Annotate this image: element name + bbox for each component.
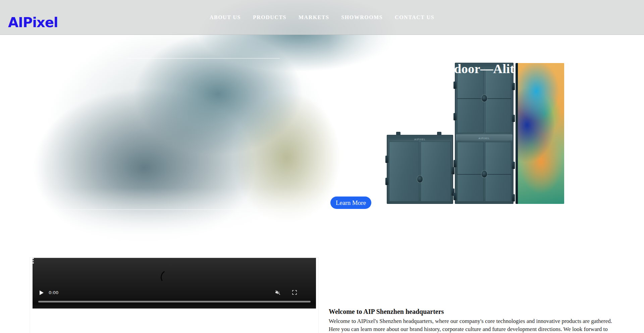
- cabinet-latch: [512, 115, 515, 122]
- led-panel-screen: [516, 63, 564, 204]
- cabinet-latch: [385, 156, 388, 163]
- cabinet-latch: [512, 83, 515, 90]
- cabinet-latch: [451, 167, 454, 174]
- nav-item-markets[interactable]: MARKETS: [299, 14, 329, 20]
- led-screen-artwork: [518, 63, 564, 204]
- nav-item-about-us[interactable]: ABOUT US: [210, 14, 241, 20]
- video-seekbar[interactable]: [38, 301, 311, 302]
- loading-spinner-icon: [159, 268, 177, 286]
- cabinet-latch: [453, 113, 457, 120]
- learn-more-button[interactable]: Learn More: [330, 197, 371, 209]
- cabinet-doors: [389, 142, 451, 202]
- cabinet-brand-label: AIPIXEL: [414, 138, 425, 141]
- nav-item-contact-us[interactable]: CONTACT US: [395, 14, 434, 20]
- main-nav: ABOUT US PRODUCTS MARKETS SHOWROOMS CONT…: [210, 0, 434, 35]
- cabinet-latch: [512, 162, 515, 169]
- overflow-menu-icon[interactable]: [33, 258, 34, 264]
- play-icon[interactable]: [40, 290, 44, 295]
- cabinet-latch: [453, 81, 457, 89]
- hero-section: door—Alita AIPIXEL: [0, 0, 644, 241]
- cabinet-latch: [453, 160, 457, 167]
- cabinet-foot: [396, 132, 400, 135]
- nav-item-products[interactable]: PRODUCTS: [253, 14, 286, 20]
- cabinet-latch: [385, 178, 388, 185]
- led-cabinet-middle: AIPIXEL: [455, 63, 514, 204]
- led-panel-side-edge: [516, 63, 518, 204]
- about-paragraph: Welcome to AIPixel's Shenzhen headquarte…: [329, 317, 613, 333]
- brand-logo[interactable]: AIPixel: [8, 15, 58, 30]
- cabinet-door: [485, 69, 512, 133]
- cabinet-foot: [437, 132, 441, 135]
- video-current-time: 0:00: [49, 290, 58, 295]
- cabinet-knob: [417, 176, 423, 182]
- cabinet-knob: [482, 95, 487, 102]
- hero-slide-title: door—Alita: [454, 61, 521, 76]
- site-header: AIPixel ABOUT US PRODUCTS MARKETS SHOWRO…: [0, 0, 644, 35]
- cabinet-door: [421, 142, 451, 202]
- cabinet-section-bottom: [457, 142, 511, 202]
- cabinet-top-rail: AIPIXEL: [388, 136, 452, 141]
- cabinet-section-top: [457, 69, 511, 133]
- page: door—Alita AIPIXEL: [0, 0, 644, 333]
- fullscreen-icon[interactable]: [291, 289, 298, 295]
- cabinet-latch: [512, 194, 515, 202]
- nav-item-showrooms[interactable]: SHOWROOMS: [341, 14, 383, 20]
- video-card: 0:00: [30, 257, 319, 333]
- cabinet-brand-label: AIPIXEL: [479, 137, 490, 140]
- video-player[interactable]: 0:00: [33, 258, 316, 309]
- about-heading: Welcome to AIP Shenzhen headquarters: [329, 308, 444, 316]
- cabinet-door: [389, 142, 419, 202]
- cabinet-door: [457, 69, 484, 133]
- cabinet-door: [485, 142, 512, 202]
- led-cabinet-left: AIPIXEL: [387, 135, 453, 204]
- hero-blur-highlight-line: [127, 58, 280, 59]
- cabinet-knob: [482, 171, 487, 177]
- cabinet-divider-band: AIPIXEL: [456, 134, 513, 141]
- cabinet-latch: [453, 193, 457, 200]
- hero-blur-fade: [0, 0, 47, 241]
- cabinet-door: [457, 142, 484, 202]
- mute-icon[interactable]: [275, 289, 281, 295]
